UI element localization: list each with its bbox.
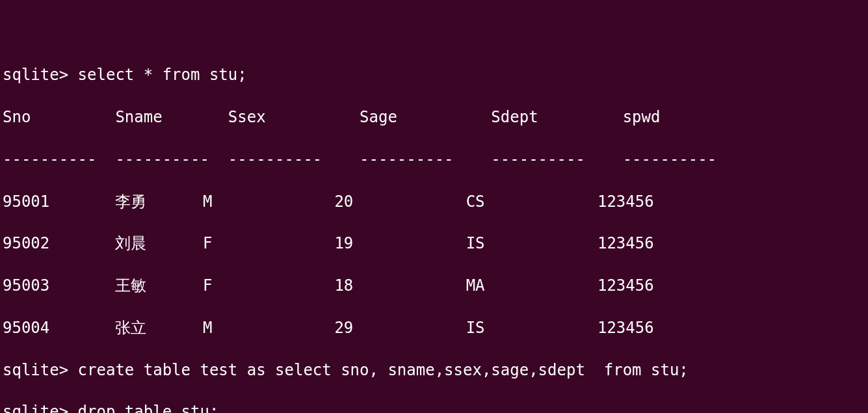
table1-header: Sno Sname Ssex Sage Sdept spwd — [3, 107, 865, 127]
command-line-2[interactable]: sqlite> create table test as select sno,… — [3, 360, 865, 380]
sqlite-prompt: sqlite> — [3, 66, 78, 84]
table-row: 95002 刘晨 F 19 IS 123456 — [3, 233, 865, 254]
table-row: 95001 李勇 M 20 CS 123456 — [3, 191, 865, 212]
table1-separator: ---------- ---------- ---------- -------… — [3, 149, 865, 170]
sqlite-prompt: sqlite> — [3, 361, 78, 379]
command-line-3[interactable]: sqlite> drop table stu; — [3, 401, 865, 413]
table-row: 95004 张立 M 29 IS 123456 — [3, 317, 865, 338]
table-row: 95003 王敏 F 18 MA 123456 — [3, 275, 865, 296]
command-line-1[interactable]: sqlite> select * from stu; — [3, 64, 865, 85]
command-text: create table test as select sno, sname,s… — [78, 361, 689, 379]
sqlite-prompt: sqlite> — [3, 403, 78, 413]
command-text: drop table stu; — [78, 403, 219, 413]
command-text: select * from stu; — [78, 66, 247, 84]
